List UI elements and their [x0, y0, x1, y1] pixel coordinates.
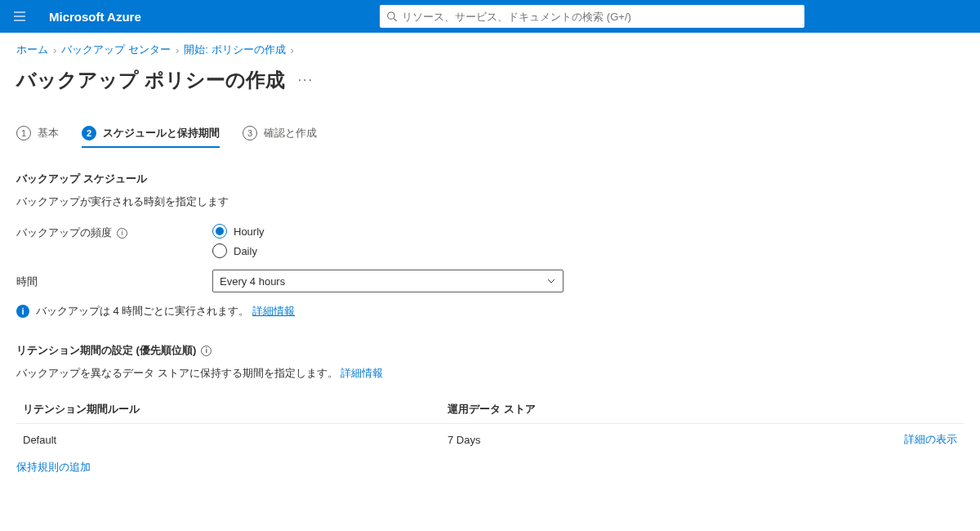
- info-icon[interactable]: i: [117, 228, 127, 239]
- column-header-store: 運用データ ストア: [448, 402, 875, 417]
- brand-label[interactable]: Microsoft Azure: [39, 10, 151, 24]
- more-actions-button[interactable]: ···: [295, 69, 317, 91]
- svg-point-3: [387, 12, 394, 19]
- info-icon[interactable]: i: [201, 346, 212, 356]
- tab-label: 確認と作成: [264, 126, 317, 141]
- retention-rules-table: リテンション期間ルール 運用データ ストア Default 7 Days 詳細の…: [16, 395, 964, 455]
- wizard-tabs: 1 基本 2 スケジュールと保持期間 3 確認と作成: [16, 126, 964, 147]
- info-text: バックアップは 4 時間ごとに実行されます。: [36, 305, 249, 317]
- search-input[interactable]: [402, 11, 798, 23]
- chevron-right-icon: ›: [291, 44, 294, 56]
- add-retention-rule-link[interactable]: 保持規則の追加: [16, 461, 91, 473]
- radio-label: Hourly: [234, 225, 265, 238]
- hamburger-icon: [13, 10, 26, 23]
- tab-label: スケジュールと保持期間: [103, 126, 220, 141]
- step-number-badge: 1: [16, 126, 31, 141]
- tab-schedule-retention[interactable]: 2 スケジュールと保持期間: [82, 126, 220, 147]
- breadcrumb-link-create-policy[interactable]: 開始: ポリシーの作成: [184, 42, 285, 57]
- radio-icon: [212, 224, 227, 239]
- tab-label: 基本: [38, 126, 59, 141]
- radio-hourly[interactable]: Hourly: [212, 224, 265, 239]
- tab-basics[interactable]: 1 基本: [16, 126, 59, 147]
- radio-icon: [212, 243, 227, 258]
- frequency-radio-group: Hourly Daily: [212, 224, 265, 258]
- cell-rule-name: Default: [23, 434, 448, 446]
- chevron-right-icon: ›: [53, 44, 56, 56]
- table-row: Default 7 Days 詳細の表示: [16, 424, 964, 455]
- step-number-badge: 2: [82, 126, 96, 141]
- breadcrumb-link-backup-center[interactable]: バックアップ センター: [61, 42, 171, 57]
- top-bar: Microsoft Azure: [0, 0, 980, 33]
- cell-store-value: 7 Days: [448, 434, 875, 446]
- schedule-info-banner: i バックアップは 4 時間ごとに実行されます。 詳細情報: [16, 304, 964, 319]
- breadcrumb: ホーム › バックアップ センター › 開始: ポリシーの作成 ›: [16, 42, 964, 57]
- schedule-section-desc: バックアップが実行される時刻を指定します: [16, 194, 964, 209]
- page-title: バックアップ ポリシーの作成: [16, 67, 285, 93]
- radio-label: Daily: [234, 245, 257, 257]
- select-value: Every 4 hours: [220, 275, 285, 288]
- chevron-down-icon: [546, 276, 556, 286]
- svg-line-4: [394, 19, 396, 21]
- step-number-badge: 3: [243, 126, 257, 141]
- schedule-section-title: バックアップ スケジュール: [16, 172, 964, 186]
- hamburger-menu-button[interactable]: [0, 0, 39, 33]
- info-learn-more-link[interactable]: 詳細情報: [252, 305, 295, 317]
- retention-learn-more-link[interactable]: 詳細情報: [341, 367, 383, 379]
- chevron-right-icon: ›: [176, 44, 179, 56]
- row-details-link[interactable]: 詳細の表示: [904, 433, 957, 445]
- tab-review-create[interactable]: 3 確認と作成: [243, 126, 317, 147]
- frequency-label: バックアップの頻度: [16, 225, 112, 240]
- retention-section-title: リテンション期間の設定 (優先順位順): [16, 343, 196, 358]
- breadcrumb-link-home[interactable]: ホーム: [16, 42, 48, 57]
- time-interval-select[interactable]: Every 4 hours: [212, 270, 564, 292]
- radio-daily[interactable]: Daily: [212, 243, 265, 258]
- global-search[interactable]: [380, 5, 804, 28]
- retention-section-desc: バックアップを異なるデータ ストアに保持する期間を指定します。: [16, 367, 338, 379]
- time-label: 時間: [16, 274, 38, 289]
- column-header-rule: リテンション期間ルール: [23, 402, 448, 417]
- search-icon: [386, 11, 397, 22]
- info-icon: i: [16, 305, 29, 318]
